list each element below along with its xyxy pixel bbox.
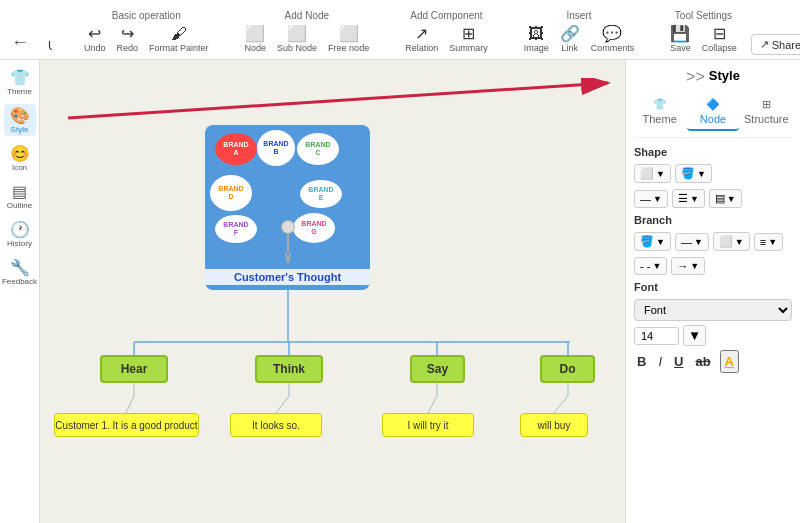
say-label: Say	[427, 362, 448, 376]
branch-rect-arrow: ▼	[735, 237, 744, 247]
think-node[interactable]: Think	[255, 355, 323, 383]
shape-line-icon: —	[640, 193, 651, 205]
shape-row-2: — ▼ ☰ ▼ ▤ ▼	[634, 189, 792, 208]
tool-settings-buttons: 💾Save ⊟Collapse	[666, 24, 741, 55]
sidebar-item-icon[interactable]: 😊 Icon	[4, 142, 36, 174]
font-family-select[interactable]: Font	[634, 299, 792, 321]
save-button[interactable]: 💾Save	[666, 24, 695, 55]
image-label: Image	[524, 43, 549, 53]
toolbar: ← U... Basic operation ↩Undo ↪Redo 🖌Form…	[0, 0, 800, 60]
sidebar-item-theme[interactable]: 👕 Theme	[4, 66, 36, 98]
branch-arrow-btn[interactable]: → ▼	[671, 257, 705, 275]
branch-dash2-btn[interactable]: - - ▼	[634, 257, 667, 275]
sub-hear-node[interactable]: Customer 1. It is a good product	[54, 413, 199, 437]
share-label: Share	[772, 39, 800, 51]
sub-do-node[interactable]: will buy	[520, 413, 588, 437]
italic-button[interactable]: I	[655, 352, 665, 371]
say-node[interactable]: Say	[410, 355, 465, 383]
shape-align-center-btn[interactable]: ☰ ▼	[672, 189, 705, 208]
shape-fill-btn[interactable]: 🪣 ▼	[675, 164, 712, 183]
collapse-button[interactable]: ⊟Collapse	[698, 24, 741, 55]
canvas[interactable]: BRANDA BRANDB BRANDC BRANDD BRANDE BRAND…	[40, 60, 625, 523]
link-label: Link	[561, 43, 578, 53]
do-node[interactable]: Do	[540, 355, 595, 383]
customer-thought-label: Customer's Thought	[205, 269, 370, 285]
shape-line-btn[interactable]: — ▼	[634, 190, 668, 208]
panel-collapse-button[interactable]: >>	[686, 68, 705, 86]
svg-line-13	[428, 396, 437, 413]
sub-say-node[interactable]: I will try it	[382, 413, 474, 437]
central-image-node[interactable]: BRANDA BRANDB BRANDC BRANDD BRANDE BRAND…	[205, 125, 370, 290]
sidebar-item-history[interactable]: 🕐 History	[4, 218, 36, 250]
sub-think-node[interactable]: It looks so.	[230, 413, 322, 437]
shape-align-right-btn[interactable]: ▤ ▼	[709, 189, 742, 208]
tab-theme[interactable]: 👕 Theme	[634, 94, 685, 131]
free-node-icon: ⬜	[339, 26, 359, 42]
branch-line-btn[interactable]: — ▼	[675, 233, 709, 251]
comments-button[interactable]: 💬Comments	[587, 24, 639, 55]
node-icon: ⬜	[245, 26, 265, 42]
align-center-icon: ☰	[678, 192, 688, 205]
node-tab-label: Node	[700, 113, 726, 125]
link-button[interactable]: 🔗Link	[556, 24, 584, 55]
underline-button[interactable]: U	[671, 352, 686, 371]
hear-node[interactable]: Hear	[100, 355, 168, 383]
node-label: Node	[245, 43, 267, 53]
undo-button[interactable]: ↩Undo	[80, 24, 110, 55]
font-color-button[interactable]: A	[720, 350, 739, 373]
align-center-arrow: ▼	[690, 194, 699, 204]
image-button[interactable]: 🖼Image	[520, 24, 553, 55]
feedback-icon: 🔧	[10, 258, 30, 277]
brand-g-bubble: BRANDG	[293, 213, 335, 243]
branch-dash2-arrow: ▼	[652, 261, 661, 271]
summary-button[interactable]: ⊞Summary	[445, 24, 492, 55]
font-size-input[interactable]	[634, 327, 679, 345]
left-sidebar: 👕 Theme 🎨 Style 😊 Icon ▤ Outline 🕐 Histo…	[0, 60, 40, 523]
node-button[interactable]: ⬜Node	[241, 24, 271, 55]
comments-icon: 💬	[602, 26, 622, 42]
add-component-buttons: ↗Relation ⊞Summary	[401, 24, 492, 55]
free-node-button[interactable]: ⬜Free node	[324, 24, 373, 55]
sub-node-label: Sub Node	[277, 43, 317, 53]
svg-line-1	[68, 83, 608, 118]
shape-line-arrow: ▼	[653, 194, 662, 204]
sidebar-item-feedback[interactable]: 🔧 Feedback	[4, 256, 36, 288]
structure-tab-icon: ⊞	[762, 98, 771, 111]
toolbar-right: ↗ Share ⬆ Export	[751, 34, 800, 55]
bold-button[interactable]: B	[634, 352, 649, 371]
strikethrough-button[interactable]: ab	[692, 352, 713, 371]
free-node-label: Free node	[328, 43, 369, 53]
add-component-section: Add Component ↗Relation ⊞Summary	[401, 10, 492, 55]
branch-rect-icon: ⬜	[719, 235, 733, 248]
redo-button[interactable]: ↪Redo	[113, 24, 143, 55]
relation-button[interactable]: ↗Relation	[401, 24, 442, 55]
tab-structure[interactable]: ⊞ Structure	[741, 94, 792, 131]
collapse-icon: ⊟	[713, 26, 726, 42]
brand-f-bubble: BRANDF	[215, 215, 257, 243]
add-node-title: Add Node	[285, 10, 329, 21]
basic-operation-title: Basic operation	[112, 10, 181, 21]
theme-tab-icon: 👕	[653, 98, 667, 111]
style-label: Style	[11, 125, 29, 134]
history-label: History	[7, 239, 32, 248]
icon-icon: 😊	[10, 144, 30, 163]
brand-d-bubble: BRANDD	[210, 175, 252, 211]
save-label: Save	[670, 43, 691, 53]
format-painter-button[interactable]: 🖌Format Painter	[145, 24, 213, 55]
branch-dash-btn[interactable]: ≡ ▼	[754, 233, 783, 251]
back-button[interactable]: ←	[6, 30, 34, 55]
branch-fill-btn[interactable]: 🪣 ▼	[634, 232, 671, 251]
comments-label: Comments	[591, 43, 635, 53]
basic-operation-section: Basic operation ↩Undo ↪Redo 🖌Format Pain…	[80, 10, 213, 55]
shape-row-1: ⬜ ▼ 🪣 ▼	[634, 164, 792, 183]
node-tab-icon: 🔷	[706, 98, 720, 111]
share-button[interactable]: ↗ Share	[751, 34, 800, 55]
sidebar-item-style[interactable]: 🎨 Style	[4, 104, 36, 136]
sidebar-item-outline[interactable]: ▤ Outline	[4, 180, 36, 212]
sub-node-button[interactable]: ⬜Sub Node	[273, 24, 321, 55]
branch-rect-btn[interactable]: ⬜ ▼	[713, 232, 750, 251]
font-size-dropdown[interactable]: ▼	[683, 325, 706, 346]
shape-rect-btn[interactable]: ⬜ ▼	[634, 164, 671, 183]
tab-node[interactable]: 🔷 Node	[687, 94, 738, 131]
branch-fill-arrow: ▼	[656, 237, 665, 247]
